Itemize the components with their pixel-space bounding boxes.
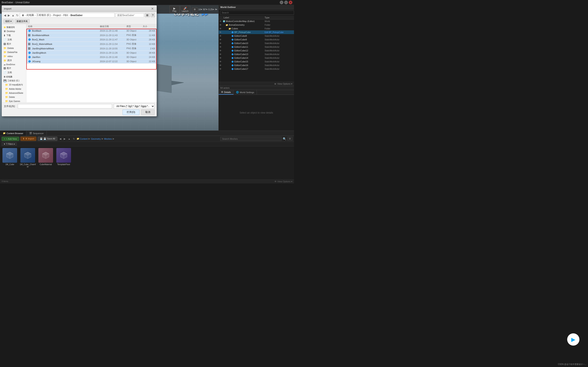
addr-back-btn[interactable]: ◀ [3, 13, 7, 17]
file-name: BoxMash [32, 30, 100, 32]
dialog-overlay: Import ✕ ◀ ▶ ▲ ↻ 🖥 › 此电脑 › 工程项目 (E:) › P… [0, 0, 294, 184]
file-size: 22 KB [143, 60, 155, 63]
filename-label: 文件名(N): [4, 105, 16, 108]
path-sep3: › [62, 14, 62, 17]
sidebar-vidou[interactable]: 📁vidou [2, 54, 26, 58]
path-sep1: › [35, 14, 35, 17]
file-item[interactable]: 🔷 BoxQ_Mash 2019-11-29 11:47 3D Object 2… [26, 38, 156, 42]
addr-refresh-btn[interactable]: ↻ [16, 13, 19, 17]
file-name: BoxMaterialMask [32, 34, 100, 36]
file-item[interactable]: 🖼 JianBingMaterialMask 2019-11-29 10:55 … [26, 46, 156, 51]
file-type: 3D Object [126, 60, 143, 63]
file-item[interactable]: 🔷 JiGuang 2019-12-07 12:22 3D Object 22 … [26, 59, 156, 64]
sidebar-od-pictures[interactable]: 🖼图片 [2, 66, 26, 70]
path-sep0: › [25, 14, 26, 17]
file-icon: 🖼 [28, 34, 32, 37]
file-date: 2019-11-29 11:43 [100, 34, 126, 36]
file-icon: 🔷 [28, 29, 32, 32]
help-btn[interactable]: ? [151, 13, 155, 17]
file-toolbar: 组织 ▾ 新建文件夹 [2, 18, 156, 24]
dialog-title: Import [4, 7, 11, 10]
file-date: 2019-11-29 11:26 [100, 52, 126, 54]
sidebar-epicgames[interactable]: 📁Epic Games [2, 99, 26, 102]
cancel-btn-label: 取消 [145, 111, 150, 114]
file-name: JianBingMaterialMask [32, 47, 100, 50]
file-list: 🔷 BoxMash 2019-11-29 11:48 3D Object 28 … [26, 29, 156, 102]
file-icon: 🔷 [28, 51, 32, 54]
sidebar-deletefile[interactable]: 📁DeleteFile [2, 50, 26, 54]
new-folder-label: 新建文件夹 [17, 20, 28, 22]
file-type: 3D Object [126, 52, 143, 54]
file-type: 3D Object [126, 38, 143, 41]
file-date: 2019-11-29 11:54 [100, 43, 126, 45]
open-btn[interactable]: 打开(O) [122, 109, 139, 115]
view-toggle-btn[interactable]: ⊞ [145, 13, 150, 17]
filetype-select[interactable]: All Files (*.3g2;*.3gp;*.3gpp;*... [114, 104, 155, 109]
quick-access-label: ⭐ 快速访问 [2, 25, 26, 29]
file-date: 2019-11-29 11:47 [100, 38, 126, 41]
open-btn-label: 打开(O) [127, 111, 135, 114]
file-size: 2 KB [143, 47, 155, 50]
dialog-titlebar: Import ✕ [2, 6, 156, 12]
addr-up-btn[interactable]: ▲ [11, 13, 15, 17]
file-item[interactable]: 🔷 BoxMash 2019-11-29 11:48 3D Object 28 … [26, 29, 156, 33]
path-part3[interactable]: Project [53, 14, 61, 17]
sidebar-pictures[interactable]: 🖼图片 [2, 42, 26, 46]
file-icon: 🖼 [28, 47, 32, 50]
file-name: BoxQ_Mash [32, 38, 100, 41]
addr-forward-btn[interactable]: ▶ [7, 13, 10, 17]
file-date: 2019-11-29 10:55 [100, 47, 126, 50]
file-size: 24 KB [143, 56, 155, 58]
dialog-close-btn[interactable]: ✕ [150, 7, 155, 11]
dialog-bottombar: 文件名(N): All Files (*.3g2;*.3gp;*.3gpp;*.… [2, 102, 156, 116]
file-icon: 🖼 [28, 43, 32, 45]
sidebar-downloads[interactable]: ⬇下载 [2, 33, 26, 38]
pc-label: 🖥 此电脑 [2, 75, 26, 79]
path-sep2: › [52, 14, 52, 17]
dialog-sidebar: ⭐ 快速访问 🖥Desktop ⬇下载 📄文档 🖼图片 📁Delete 📁Del… [2, 24, 26, 102]
addr-search-input[interactable] [115, 13, 144, 17]
file-item[interactable]: 🖼 BoxMaterialMask 2019-11-29 11:43 PNG 图… [26, 33, 156, 38]
sidebar-xiyang[interactable]: 📁西洋 [2, 58, 26, 63]
col-name: 名称 [28, 25, 100, 28]
sidebar-maya[interactable]: 📁10 maya肌肉与 [2, 83, 26, 87]
org-label: 组织 ▾ [5, 20, 12, 22]
file-type: PNG 图像 [126, 34, 143, 37]
file-item[interactable]: 🔷 JianRen 2019-11-29 11:40 3D Object 24 … [26, 55, 156, 59]
sidebar-del2[interactable]: 📁Delete [2, 95, 26, 99]
file-type: 3D Object [126, 30, 143, 32]
path-part5[interactable]: BeatSaber [70, 14, 82, 17]
file-type: 3D Object [126, 56, 143, 58]
import-dialog: Import ✕ ◀ ▶ ▲ ↻ 🖥 › 此电脑 › 工程项目 (E:) › P… [2, 5, 157, 117]
file-icon: 🔷 [28, 60, 32, 63]
org-btn[interactable]: 组织 ▾ [3, 19, 13, 24]
sidebar-advanced[interactable]: 📁AdvancedSkele [2, 91, 26, 95]
sidebar-delete[interactable]: 📁Delete [2, 46, 26, 50]
sidebar-docs[interactable]: 📄文档 [2, 38, 26, 42]
file-type: PNG 图像 [126, 42, 143, 45]
dialog-addressbar: ◀ ▶ ▲ ↻ 🖥 › 此电脑 › 工程项目 (E:) › Project › … [2, 12, 156, 18]
new-folder-btn[interactable]: 新建文件夹 [15, 19, 30, 24]
sidebar-adobe[interactable]: 📁Adobe Adobe [2, 87, 26, 91]
sidebar-od-docs[interactable]: 📄文档 [2, 70, 26, 75]
file-size: 28 KB [143, 38, 155, 41]
sidebar-desktop[interactable]: 🖥Desktop [2, 29, 26, 33]
file-size: 10 KB [143, 43, 155, 45]
file-item[interactable]: 🔷 JianBingMesh 2019-11-29 11:26 3D Objec… [26, 51, 156, 55]
col-size: 大小 [143, 25, 155, 28]
path-part2[interactable]: 工程项目 (E:) [36, 13, 51, 17]
sidebar-project-drive[interactable]: 💾工程项目 (E:) [2, 79, 26, 83]
col-date: 修改日期 [100, 25, 126, 28]
cancel-btn[interactable]: 取消 [141, 109, 155, 115]
dialog-actions: 打开(O) 取消 [4, 109, 155, 115]
file-item[interactable]: 🖼 BoxQ_MaterialMask 2019-11-29 11:54 PNG… [26, 42, 156, 46]
path-part4[interactable]: FBX [63, 14, 68, 17]
filename-input[interactable] [18, 104, 112, 108]
file-size: 28 KB [143, 30, 155, 32]
file-icon: 🔷 [28, 56, 32, 58]
filename-row: 文件名(N): All Files (*.3g2;*.3gp;*.3gpp;*.… [4, 104, 155, 109]
file-date: 2019-11-29 11:48 [100, 30, 126, 32]
file-name: BoxQ_MaterialMask [32, 43, 100, 45]
file-size: 38 KB [143, 52, 155, 54]
path-part1[interactable]: 此电脑 [26, 13, 34, 17]
